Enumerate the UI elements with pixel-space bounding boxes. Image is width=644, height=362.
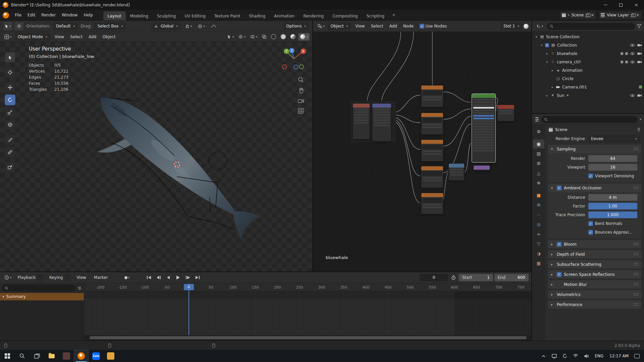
taskbar-search-button[interactable]: [15, 350, 30, 362]
shader-node[interactable]: [473, 165, 490, 171]
ortho-grid-icon[interactable]: [298, 108, 304, 114]
tab-object-data[interactable]: ▽: [533, 239, 544, 248]
tab-material[interactable]: ◑: [533, 249, 544, 258]
ao-trace-slider[interactable]: 1.000: [588, 212, 637, 218]
orientation-dropdown[interactable]: Default▾: [53, 22, 78, 30]
outliner-row[interactable]: ▸ Animation ☀: [532, 66, 644, 74]
outliner-row[interactable]: ▸ Camera.001 ☀: [532, 83, 644, 91]
viewport-menu-item[interactable]: View: [52, 33, 67, 41]
pin-icon[interactable]: [637, 128, 641, 132]
shader-menu-item[interactable]: Select: [368, 22, 386, 30]
viewport-menu-item[interactable]: Select: [67, 33, 86, 41]
timeline-scroll-thumb[interactable]: [90, 336, 527, 339]
shader-menu-item[interactable]: Add: [386, 22, 400, 30]
eye-icon[interactable]: [630, 94, 635, 97]
render-visibility-camera-icon[interactable]: [637, 52, 642, 55]
start-button[interactable]: [0, 350, 15, 362]
tab-tool[interactable]: ⚙: [533, 127, 544, 136]
shader-node[interactable]: [448, 163, 465, 181]
timeline-lanes[interactable]: [84, 291, 531, 335]
tab-view-layer[interactable]: ⊞: [533, 159, 544, 168]
new-view-layer-icon[interactable]: [631, 14, 634, 17]
expand-arrow-icon[interactable]: ▸: [551, 69, 554, 72]
tab-scene[interactable]: △: [533, 169, 544, 178]
outliner-row[interactable]: Circle ☀: [532, 74, 644, 83]
zalo-button[interactable]: Zalo: [89, 350, 103, 362]
shader-node[interactable]: [421, 193, 443, 214]
summary-channel[interactable]: ▾ Summary: [0, 293, 84, 300]
transform-orientation-dropdown[interactable]: Global▾: [151, 22, 181, 30]
workspace-tab[interactable]: Rendering: [299, 11, 328, 20]
workspace-tab[interactable]: Layout: [103, 11, 126, 20]
circle-curve-object[interactable]: [209, 152, 227, 170]
workspace-tab[interactable]: Shading: [245, 11, 270, 20]
collection-checkbox[interactable]: [545, 43, 549, 47]
menu-item[interactable]: File: [12, 11, 24, 19]
tool-move[interactable]: [5, 82, 15, 93]
timeline-menu-item[interactable]: Keying: [46, 274, 73, 281]
viewport-menu-item[interactable]: Add: [86, 33, 99, 41]
shading-material-button[interactable]: [289, 33, 297, 41]
unlink-scene-icon[interactable]: ×: [591, 13, 594, 17]
render-samples-field[interactable]: 64: [588, 155, 637, 162]
properties-search-input[interactable]: [549, 117, 635, 122]
file-explorer-button[interactable]: [44, 350, 59, 362]
pan-hand-icon[interactable]: [298, 87, 304, 94]
shader-editor-type-button[interactable]: ▾: [316, 22, 326, 30]
shader-node[interactable]: [421, 166, 443, 188]
tab-output[interactable]: ▤: [533, 149, 544, 158]
prev-keyframe-button[interactable]: [154, 274, 163, 281]
collapsed-section[interactable]: ▸ Motion Blur: [548, 280, 641, 289]
workspace-tab[interactable]: Animation: [270, 11, 299, 20]
jump-to-end-button[interactable]: [193, 274, 202, 281]
shader-type-dropdown[interactable]: Object▾: [328, 22, 351, 30]
tool-measure[interactable]: [5, 147, 15, 158]
active-tool-button[interactable]: ▾: [3, 22, 12, 30]
new-scene-icon[interactable]: [586, 14, 589, 17]
shader-menu-item[interactable]: Node: [400, 22, 417, 30]
render-visibility-camera-icon[interactable]: [637, 60, 642, 64]
workspace-tab[interactable]: Texture Paint: [210, 11, 245, 20]
timeline-editor-type-button[interactable]: ▾: [3, 274, 13, 281]
notification-center-button[interactable]: [632, 350, 642, 362]
app-orange-button[interactable]: [103, 350, 118, 362]
workspace-tab[interactable]: Scripting: [362, 11, 389, 20]
outliner-row[interactable]: ▸ bluewhale ☀: [532, 49, 644, 58]
viewport-menu-item[interactable]: Object: [99, 33, 118, 41]
collapsed-section[interactable]: ▸ Volumetrics: [548, 290, 641, 299]
tab-modifiers[interactable]: ⚙: [533, 200, 544, 209]
slot-dropdown[interactable]: Slot 1▾: [500, 22, 522, 30]
collapsed-section[interactable]: ▸ Bloom: [548, 240, 641, 248]
tool-fallback-button[interactable]: [15, 22, 23, 30]
falloff-button[interactable]: [209, 22, 217, 30]
outliner-row[interactable]: ▾ camera_ctrl ☀: [532, 58, 644, 66]
shader-node[interactable]: [353, 103, 370, 139]
playhead-frame-badge[interactable]: 0: [184, 284, 194, 290]
tool-rotate[interactable]: [5, 95, 15, 105]
workspace-tab[interactable]: UV Editing: [180, 11, 210, 20]
tab-particles[interactable]: ∴: [533, 210, 544, 219]
outliner-search-input[interactable]: [555, 24, 632, 28]
shader-node[interactable]: [421, 113, 443, 135]
timeline-search[interactable]: [2, 285, 75, 292]
blender-menu-icon[interactable]: [3, 12, 9, 18]
properties-editor-icon[interactable]: [535, 117, 539, 122]
outliner-row[interactable]: ▸ Sun ☀: [532, 91, 644, 100]
outliner-search[interactable]: [547, 23, 635, 30]
shading-wireframe-button[interactable]: [269, 33, 278, 41]
tab-object[interactable]: ■: [533, 191, 544, 200]
section-checkbox[interactable]: [557, 272, 561, 277]
auto-keying-button[interactable]: ▾: [122, 274, 131, 281]
chevron-down-icon[interactable]: ▾: [640, 118, 641, 121]
timeline-menu-item[interactable]: Playback: [15, 274, 47, 281]
render-engine-dropdown[interactable]: Eevee▾: [588, 135, 640, 143]
expand-arrow-icon[interactable]: ▾: [540, 44, 543, 47]
tool-select-box[interactable]: [5, 52, 15, 63]
shader-node[interactable]: [472, 94, 496, 163]
expand-arrow-icon[interactable]: ▸: [551, 85, 554, 89]
section-checkbox[interactable]: [557, 282, 561, 287]
whale-model[interactable]: [72, 84, 263, 261]
timeline-menu-item[interactable]: View: [73, 274, 91, 281]
add-workspace-button[interactable]: +: [389, 11, 399, 20]
shading-solid-button[interactable]: [279, 33, 287, 41]
